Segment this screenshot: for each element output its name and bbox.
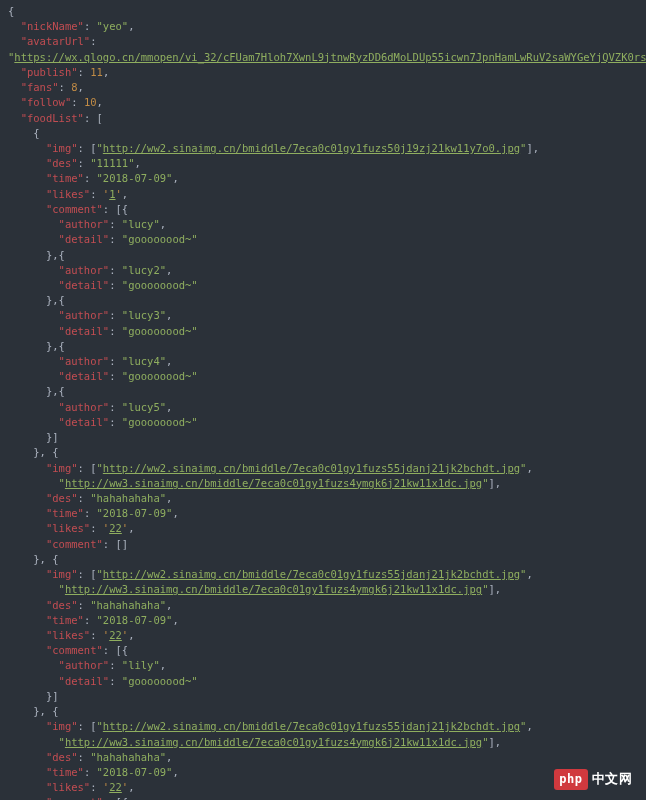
- avatarUrl-link[interactable]: https://wx.qlogo.cn/mmopen/vi_32/cFUam7H…: [14, 51, 646, 63]
- food0-img0[interactable]: http://ww2.sinaimg.cn/bmiddle/7eca0c01gy…: [103, 142, 520, 154]
- food0-des: 11111: [97, 157, 129, 169]
- watermark-text: 中文网: [592, 771, 633, 786]
- publish-value: 11: [90, 66, 103, 78]
- food2-img1[interactable]: http://ww3.sinaimg.cn/bmiddle/7eca0c01gy…: [65, 583, 482, 595]
- json-code-block: { "nickName": "yeo", "avatarUrl": "https…: [8, 4, 646, 800]
- food2-img0[interactable]: http://ww2.sinaimg.cn/bmiddle/7eca0c01gy…: [103, 568, 520, 580]
- food1-img1[interactable]: http://ww3.sinaimg.cn/bmiddle/7eca0c01gy…: [65, 477, 482, 489]
- food3-img0[interactable]: http://ww2.sinaimg.cn/bmiddle/7eca0c01gy…: [103, 720, 520, 732]
- nickName-value: yeo: [103, 20, 122, 32]
- watermark-logo: php: [554, 769, 587, 790]
- food0-time: 2018-07-09: [103, 172, 166, 184]
- watermark: php中文网: [554, 769, 632, 790]
- follow-value: 10: [84, 96, 97, 108]
- food1-img0[interactable]: http://ww2.sinaimg.cn/bmiddle/7eca0c01gy…: [103, 462, 520, 474]
- food0-likes: 1: [109, 188, 115, 200]
- food3-img1[interactable]: http://ww3.sinaimg.cn/bmiddle/7eca0c01gy…: [65, 736, 482, 748]
